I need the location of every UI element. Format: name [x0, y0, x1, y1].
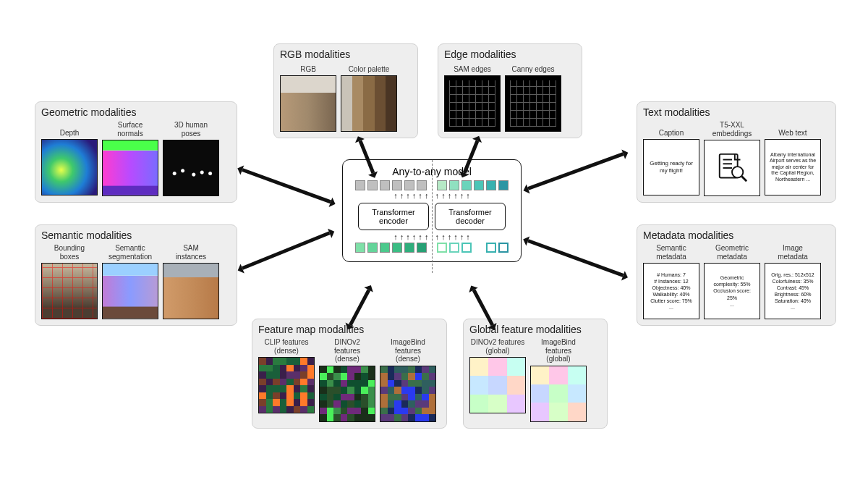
panel-title-rgb: RGB modalities — [280, 49, 412, 60]
label-webtext: Web text — [778, 121, 807, 137]
label-rgb: RGB — [300, 63, 316, 73]
thumb-geometric-meta: Geometric complexity: 55% Occlusion scor… — [704, 263, 760, 319]
document-magnify-icon — [715, 151, 749, 185]
label-palette: Color palette — [349, 63, 390, 73]
thumb-web-text: Albany International Airport serves as t… — [765, 139, 821, 195]
thumb-depth — [41, 139, 98, 195]
panel-featmap: Feature map modalities CLIP features(den… — [252, 319, 447, 429]
svg-point-4 — [732, 167, 743, 177]
panel-edge: Edge modalities SAM edges Canny edges — [438, 43, 582, 138]
label-clip: CLIP features(dense) — [265, 338, 309, 355]
panel-rgb: RGB modalities RGB Color palette — [273, 43, 418, 138]
label-imgbindd: ImageBindfeatures(dense) — [391, 338, 425, 363]
label-dinov2d: DINOv2features(dense) — [334, 338, 360, 363]
label-semseg: Semanticsegmentation — [109, 244, 152, 261]
panel-geometric: Geometric modalities Depth Surfacenormal… — [35, 101, 237, 203]
thumb-dinov2-dense — [319, 366, 375, 422]
arrow-semantic — [242, 231, 330, 269]
panel-title-semantic: Semantic modalities — [41, 230, 231, 241]
arrow-metadata — [527, 239, 624, 277]
panel-title-text: Text modalities — [643, 106, 830, 118]
panel-title-geometric: Geometric modalities — [41, 106, 231, 118]
thumb-color-palette — [341, 75, 397, 132]
panel-title-edge: Edge modalities — [444, 49, 576, 60]
panel-text: Text modalities CaptionGetting ready for… — [637, 101, 836, 203]
thumb-sam-edges — [444, 75, 501, 132]
thumb-semantic-seg — [102, 263, 158, 319]
thumb-imagebind-global — [530, 366, 587, 422]
thumb-image-meta: Orig. res.: 512x512 Colorfulness: 35% Co… — [765, 263, 821, 319]
arrow-geometric — [242, 168, 331, 203]
thumb-3d-poses — [163, 140, 219, 196]
label-saminst: SAMinstances — [176, 244, 206, 261]
panel-title-metadata: Metadata modalities — [643, 230, 830, 241]
thumb-rgb — [280, 75, 336, 132]
thumb-semantic-meta: # Humans: 7 # Instances: 12 Objectness: … — [643, 263, 699, 319]
panel-metadata: Metadata modalities Semanticmetadata# Hu… — [637, 224, 836, 326]
thumb-imagebind-dense — [380, 366, 436, 422]
label-imgmeta: Imagemetadata — [778, 244, 808, 261]
panel-globalfeat: Global feature modalities DINOv2 feature… — [463, 319, 608, 429]
label-semmeta: Semanticmetadata — [656, 244, 686, 261]
arrow-text — [527, 152, 624, 190]
transformer-decoder: Transformer decoder — [435, 203, 506, 230]
label-geometa: Geometricmetadata — [715, 244, 749, 261]
label-t5: T5-XXLembeddings — [712, 121, 752, 138]
label-dinov2g: DINOv2 features(global) — [471, 338, 524, 355]
label-canny: Canny edges — [512, 63, 555, 73]
thumb-dinov2-global — [469, 357, 526, 413]
label-normals: Surfacenormals — [117, 121, 143, 138]
transformer-encoder: Transformer encoder — [358, 203, 429, 230]
thumb-surface-normals — [102, 140, 158, 196]
panel-semantic: Semantic modalities Boundingboxes Semant… — [35, 224, 237, 326]
thumb-bounding-boxes — [41, 263, 98, 319]
thumb-caption: Getting ready for my flight! — [643, 139, 699, 195]
label-depth: Depth — [60, 121, 80, 137]
thumb-canny-edges — [505, 75, 561, 132]
label-bbox: Boundingboxes — [54, 244, 85, 261]
label-poses: 3D humanposes — [174, 121, 208, 138]
thumb-t5-embeddings — [704, 140, 760, 196]
thumb-clip-dense — [258, 357, 315, 413]
thumb-sam-instances — [163, 263, 219, 319]
label-imgbindg: ImageBindfeatures(global) — [541, 338, 576, 363]
svg-line-5 — [741, 177, 746, 182]
label-caption: Caption — [659, 121, 684, 137]
label-samedge: SAM edges — [454, 63, 491, 73]
